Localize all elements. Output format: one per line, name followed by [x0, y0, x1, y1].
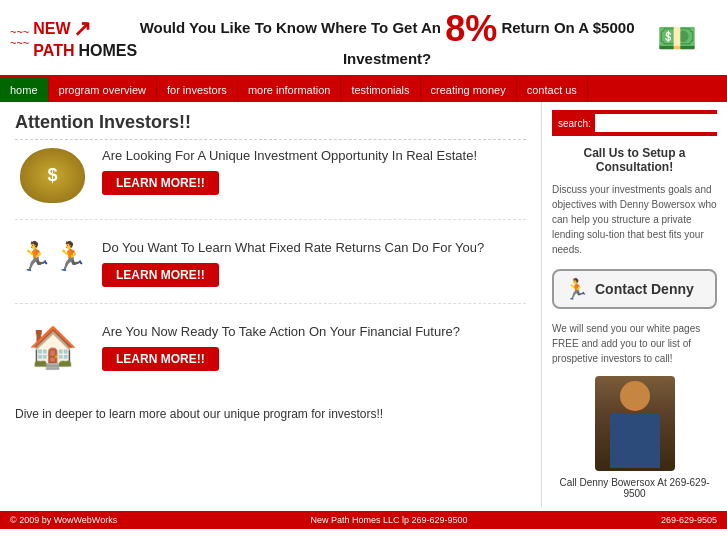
sidebar-follow-text: We will send you our white pages FREE an…: [552, 321, 717, 366]
nav-more-information[interactable]: more information: [238, 78, 342, 102]
section-1: $ Are Looking For A Unique Investment Op…: [15, 148, 526, 220]
denny-caption: Call Denny Bowersox At 269-629-9500: [552, 477, 717, 499]
main-content: Attention Investors!! $ Are Looking For …: [0, 102, 542, 507]
section-3-body: Are You Now Ready To Take Action On Your…: [102, 324, 526, 371]
tagline-percent: 8%: [445, 8, 497, 49]
denny-figure: [595, 376, 675, 471]
denny-body: [610, 413, 660, 468]
learn-more-btn-2[interactable]: LEARN MORE!!: [102, 263, 219, 287]
sidebar: search: go! Call Us to Setup a Consultat…: [542, 102, 727, 507]
nav-home[interactable]: home: [0, 78, 49, 102]
money-pile-icon: 💵: [637, 19, 717, 57]
nav-creating-money[interactable]: creating money: [421, 78, 517, 102]
running-figures-icon: 🏃🏃: [18, 240, 88, 273]
section-3-title: Are You Now Ready To Take Action On Your…: [102, 324, 526, 339]
search-label: search:: [558, 118, 591, 129]
learn-more-btn-3[interactable]: LEARN MORE!!: [102, 347, 219, 371]
contact-denny-button[interactable]: 🏃 Contact Denny: [552, 269, 717, 309]
nav-contact-us[interactable]: contact us: [517, 78, 588, 102]
sidebar-cta-desc: Discuss your investments goals and objec…: [552, 182, 717, 257]
section-2-icon: 🏃🏃: [15, 240, 90, 273]
footer-copyright: © 2009 by WowWebWorks: [10, 515, 117, 525]
logo-homes: HOMES: [78, 42, 137, 60]
learn-more-btn-1[interactable]: LEARN MORE!!: [102, 171, 219, 195]
section-1-title: Are Looking For A Unique Investment Oppo…: [102, 148, 526, 163]
contact-btn-label: Contact Denny: [595, 281, 694, 297]
main-layout: Attention Investors!! $ Are Looking For …: [0, 102, 727, 507]
money-bag-icon: $: [20, 148, 85, 203]
section-1-icon: $: [15, 148, 90, 203]
house-money-icon: 🏠: [28, 324, 78, 371]
footer: © 2009 by WowWebWorks New Path Homes LLC…: [0, 511, 727, 529]
section-2-title: Do You Want To Learn What Fixed Rate Ret…: [102, 240, 526, 255]
denny-photo: [552, 376, 717, 471]
logo-new: NEW: [33, 20, 70, 38]
dive-deeper-text: Dive in deeper to learn more about our u…: [15, 407, 526, 421]
section-2: 🏃🏃 Do You Want To Learn What Fixed Rate …: [15, 240, 526, 304]
denny-head: [620, 381, 650, 411]
section-3: 🏠 Are You Now Ready To Take Action On Yo…: [15, 324, 526, 387]
nav-program-overview[interactable]: program overview: [49, 78, 157, 102]
sidebar-cta-title: Call Us to Setup a Consultation!: [552, 146, 717, 174]
section-1-body: Are Looking For A Unique Investment Oppo…: [102, 148, 526, 195]
search-input[interactable]: [595, 114, 727, 132]
nav-testimonials[interactable]: testimonials: [341, 78, 420, 102]
logo-decoration: ~~~~~~: [10, 27, 29, 49]
header: ~~~~~~ NEW ↗ PATH HOMES Would You Like T…: [0, 0, 727, 78]
logo: ~~~~~~ NEW ↗ PATH HOMES: [10, 16, 137, 60]
navigation: home program overview for investors more…: [0, 78, 727, 102]
nav-for-investors[interactable]: for investors: [157, 78, 238, 102]
tagline-pre: Would You Like To Know Where To Get An: [140, 19, 441, 36]
header-tagline: Would You Like To Know Where To Get An 8…: [137, 8, 637, 67]
section-2-body: Do You Want To Learn What Fixed Rate Ret…: [102, 240, 526, 287]
section-3-icon: 🏠: [15, 324, 90, 371]
contact-person-icon: 🏃: [564, 277, 589, 301]
logo-path: PATH: [33, 42, 74, 60]
logo-arrow-icon: ↗: [73, 16, 91, 42]
footer-company: New Path Homes LLC lp 269-629-9500: [311, 515, 468, 525]
attention-title: Attention Investors!!: [15, 112, 526, 140]
header-money-image: 💵: [637, 19, 717, 57]
logo-text-block: NEW ↗ PATH HOMES: [33, 16, 137, 60]
footer-phone: 269-629-9505: [661, 515, 717, 525]
search-bar: search: go!: [552, 110, 717, 136]
